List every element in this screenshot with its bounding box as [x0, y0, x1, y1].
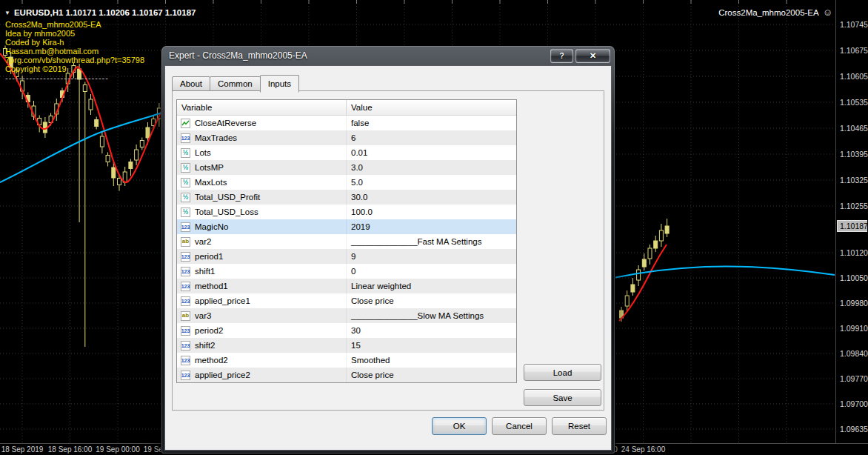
param-name: period1: [195, 252, 223, 261]
param-value[interactable]: 15: [347, 338, 516, 353]
param-value[interactable]: Smoothed: [347, 353, 516, 368]
time-label: 18 Sep 2019: [1, 445, 44, 454]
param-name: Total_USD_Profit: [195, 193, 260, 202]
param-value[interactable]: Close price: [347, 293, 516, 308]
table-row[interactable]: 123 MaxTrades 6: [177, 130, 516, 145]
param-name: LotsMP: [195, 163, 224, 172]
table-row[interactable]: ½ Lots 0.01: [177, 145, 516, 160]
table-row[interactable]: 123 applied_price1 Close price: [177, 293, 516, 308]
param-value[interactable]: 0.01: [347, 145, 516, 160]
param-value[interactable]: 9: [347, 249, 516, 264]
column-header-value[interactable]: Value: [347, 100, 377, 115]
param-value[interactable]: 3.0: [347, 160, 516, 175]
price-label: 1.10745: [840, 20, 868, 29]
save-button[interactable]: Save: [524, 389, 601, 406]
table-row[interactable]: ½ Total_USD_Loss 100.0: [177, 205, 516, 219]
column-header-variable[interactable]: Variable: [177, 100, 347, 115]
param-value[interactable]: 0: [347, 264, 516, 279]
inputs-table: Variable Value CloseAtReverse false 123 …: [176, 99, 517, 383]
ea-smiley-icon[interactable]: ☺: [823, 8, 832, 17]
table-row[interactable]: 123 applied_price2 Close price: [177, 368, 516, 382]
param-value[interactable]: 2019: [347, 219, 516, 234]
param-name: method1: [195, 282, 228, 290]
watermark-line: Hassan.mb@hotmail.com: [5, 47, 144, 56]
load-button[interactable]: Load: [524, 364, 601, 381]
param-value[interactable]: Linear weighted: [347, 279, 516, 293]
param-value[interactable]: 5.0: [347, 175, 516, 190]
table-row[interactable]: 123 shift1 0: [177, 264, 516, 279]
param-value[interactable]: 30.0: [347, 190, 516, 205]
param-value[interactable]: Close price: [347, 368, 516, 382]
mt4-chart-window: ▼ EURUSD,H1 1.10171 1.10206 1.10167 1.10…: [0, 0, 868, 455]
cancel-button[interactable]: Cancel: [492, 417, 547, 435]
int-type-icon: 123: [181, 326, 190, 336]
price-label: 1.10325: [840, 176, 868, 185]
param-name: var2: [195, 237, 211, 246]
table-row[interactable]: CloseAtReverse false: [177, 116, 516, 130]
time-label: 18 Sep 16:00: [48, 445, 93, 454]
table-row[interactable]: ½ LotsMP 3.0: [177, 160, 516, 175]
param-value[interactable]: ______________Slow MA Settings: [347, 308, 516, 323]
param-value[interactable]: ______________Fast MA Settings: [347, 234, 516, 249]
param-name: applied_price2: [195, 371, 250, 379]
price-label: 1.09770: [840, 374, 868, 383]
table-row[interactable]: 123 method1 Linear weighted: [177, 279, 516, 293]
close-button[interactable]: ✕: [575, 49, 610, 63]
watermark-line: Idea by mhmo2005: [5, 29, 144, 38]
price-label: 1.09840: [840, 349, 868, 358]
price-label: 1.09980: [840, 299, 868, 308]
watermark-line: ------------------------------: [5, 73, 144, 82]
price-label: 1.10605: [840, 72, 868, 81]
double-type-icon: ½: [181, 207, 190, 217]
double-type-icon: ½: [181, 148, 190, 158]
int-type-icon: 123: [181, 133, 190, 143]
table-row[interactable]: ½ Total_USD_Profit 30.0: [177, 190, 516, 205]
tab-inputs[interactable]: Inputs: [260, 75, 299, 93]
price-label: 1.10050: [840, 273, 868, 282]
table-row[interactable]: ab var2 ______________Fast MA Settings: [177, 234, 516, 249]
param-value[interactable]: 100.0: [347, 205, 516, 219]
table-row[interactable]: ab var3 ______________Slow MA Settings: [177, 308, 516, 323]
table-row[interactable]: 123 method2 Smoothed: [177, 353, 516, 368]
string-type-icon: ab: [181, 311, 190, 321]
chart-watermark: Cross2Ma_mhmo2005-EAIdea by mhmo2005Code…: [5, 20, 144, 82]
param-name: CloseAtReverse: [195, 119, 256, 127]
double-type-icon: ½: [181, 163, 190, 173]
table-row[interactable]: 123 period1 9: [177, 249, 516, 264]
int-type-icon: 123: [181, 356, 190, 365]
reset-button[interactable]: Reset: [552, 417, 607, 435]
ea-name-label: Cross2Ma_mhmo2005-EA: [718, 8, 819, 17]
tab-about[interactable]: About: [172, 76, 210, 91]
price-label: 1.09700: [840, 399, 868, 408]
int-type-icon: 123: [181, 282, 190, 291]
watermark-line: Coded by Kira-h: [5, 38, 144, 47]
dialog-title: Expert - Cross2Ma_mhmo2005-EA: [169, 50, 307, 61]
price-axis[interactable]: 1.10187 1.107451.106751.106051.105351.10…: [835, 0, 868, 443]
expert-properties-dialog: Expert - Cross2Ma_mhmo2005-EA ? ✕ AboutC…: [161, 46, 615, 454]
ok-button[interactable]: OK: [432, 417, 487, 435]
param-value[interactable]: 30: [347, 323, 516, 338]
param-value[interactable]: 6: [347, 130, 516, 145]
price-label: 1.09635: [840, 425, 868, 434]
current-price-tag: 1.10187: [837, 220, 867, 232]
table-row[interactable]: 123 MagicNo 2019: [177, 219, 516, 234]
param-name: Total_USD_Loss: [195, 207, 258, 216]
param-value[interactable]: false: [347, 116, 516, 130]
ohlc-info-bar: ▼ EURUSD,H1 1.10171 1.10206 1.10167 1.10…: [4, 8, 196, 17]
bool-type-icon: [181, 119, 190, 128]
double-type-icon: ½: [181, 178, 190, 187]
param-name: var3: [195, 311, 211, 320]
int-type-icon: 123: [181, 252, 190, 262]
tab-common[interactable]: Common: [210, 76, 261, 91]
table-row[interactable]: 123 shift2 15: [177, 338, 516, 353]
table-row[interactable]: 123 period2 30: [177, 323, 516, 338]
time-label: 24 Sep 16:00: [621, 445, 666, 454]
help-button[interactable]: ?: [550, 49, 573, 63]
dialog-titlebar[interactable]: Expert - Cross2Ma_mhmo2005-EA ? ✕: [161, 46, 615, 65]
symbol-dropdown-icon[interactable]: ▼: [4, 10, 10, 16]
table-row[interactable]: ½ MaxLots 5.0: [177, 175, 516, 190]
dialog-tabs: AboutCommonInputs: [172, 76, 298, 94]
int-type-icon: 123: [181, 371, 190, 380]
table-header: Variable Value: [177, 100, 516, 116]
param-name: method2: [195, 356, 228, 365]
